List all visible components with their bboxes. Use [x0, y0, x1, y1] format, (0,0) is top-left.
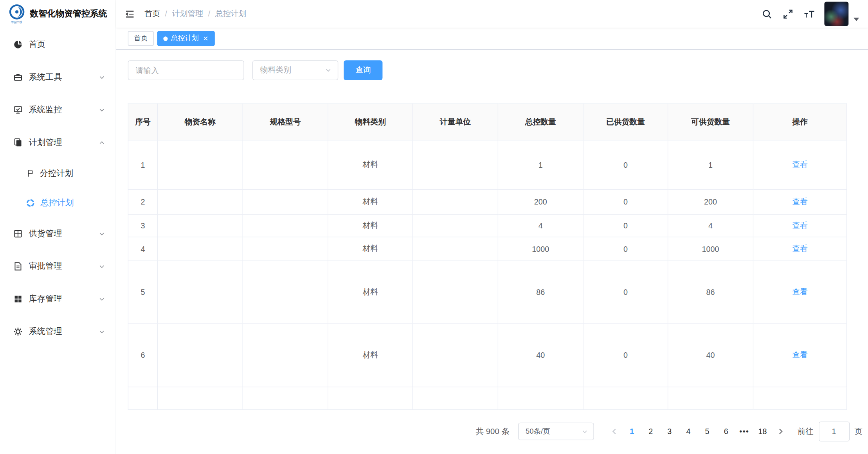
cell-spec	[243, 260, 328, 323]
page-size-select[interactable]: 50条/页	[518, 423, 594, 440]
flag-icon	[26, 169, 34, 178]
cell-name	[157, 323, 243, 387]
column-header: 总控数量	[498, 104, 583, 140]
sidebar-item-inventory-management[interactable]: 库存管理	[0, 283, 116, 315]
blocks-icon	[13, 294, 23, 304]
document-edit-icon	[13, 262, 23, 271]
sidebar-item-label: 计划管理	[29, 137, 62, 148]
cell-spec	[243, 140, 328, 190]
cell-category: 材料	[328, 323, 412, 387]
user-menu-caret-icon[interactable]	[854, 18, 859, 21]
grid-icon	[13, 229, 23, 239]
cell-supplied: 0	[583, 260, 668, 323]
cell-spec	[243, 214, 328, 237]
table-row: 2 材料 200 0 200 查看	[128, 189, 846, 214]
sidebar-item-system-monitor[interactable]: 系统监控	[0, 93, 116, 126]
master-plan-table: 序号 物资名称 规格型号 物料类别 计量单位 总控数量 已供货数量 可供货数量 …	[128, 104, 847, 410]
cell-no: 5	[128, 260, 157, 323]
view-detail-link[interactable]: 查看	[792, 221, 808, 230]
column-header: 物资名称	[157, 104, 243, 140]
app-title: 数智化物资管控系统	[30, 8, 107, 20]
previous-page-button[interactable]	[606, 423, 622, 440]
cell-category	[328, 387, 412, 409]
cell-available: 4	[668, 214, 753, 237]
pagination-bar: 共 900 条 50条/页 1 2 3 4 5 6 ••• 18	[128, 422, 863, 441]
query-button[interactable]: 查询	[344, 60, 382, 80]
sidebar-item-plan-management[interactable]: 计划管理	[0, 126, 116, 159]
sidebar-item-label: 总控计划	[40, 197, 74, 208]
cell-no: 3	[128, 214, 157, 237]
cell-available: 1	[668, 140, 753, 190]
active-tab-dot	[163, 36, 167, 41]
cell-unit	[413, 387, 498, 409]
sidebar-collapse-button[interactable]	[124, 9, 135, 19]
page-number[interactable]: 3	[661, 423, 678, 440]
sidebar-item-label: 首页	[29, 39, 45, 50]
page-number[interactable]: 6	[717, 423, 735, 440]
fullscreen-button[interactable]	[783, 9, 793, 19]
view-detail-link[interactable]: 查看	[792, 197, 808, 206]
page-number[interactable]: 2	[642, 423, 659, 440]
sidebar-item-label: 系统工具	[29, 72, 62, 83]
sidebar-item-home[interactable]: 首页	[0, 28, 116, 61]
chevron-right-icon	[776, 427, 784, 435]
cell-available: 1000	[668, 237, 753, 260]
page-number[interactable]: 4	[679, 423, 697, 440]
breadcrumb-section[interactable]: 计划管理	[172, 9, 203, 19]
cell-total: 1	[498, 140, 583, 190]
keyword-input[interactable]	[128, 60, 244, 80]
tab-home[interactable]: 首页	[128, 31, 154, 46]
page-number-last[interactable]: 18	[754, 423, 771, 440]
cell-category: 材料	[328, 189, 412, 214]
table-row	[128, 387, 846, 409]
goto-page-input[interactable]	[818, 422, 849, 441]
view-detail-link[interactable]: 查看	[792, 160, 808, 169]
page-number[interactable]: 5	[698, 423, 716, 440]
cell-spec	[243, 237, 328, 260]
sidebar-item-label: 系统管理	[29, 327, 62, 337]
sidebar-item-supply-management[interactable]: 供货管理	[0, 217, 116, 250]
tab-master-control-plan[interactable]: 总控计划	[157, 31, 215, 46]
more-pages-icon[interactable]: •••	[735, 427, 753, 436]
gear-icon	[13, 327, 23, 336]
chevron-left-icon	[610, 427, 618, 435]
sidebar-menu: 首页 系统工具 系统监控	[0, 28, 116, 348]
sidebar-item-master-control-plan[interactable]: 总控计划	[0, 188, 116, 217]
sidebar-item-sub-control-plan[interactable]: 分控计划	[0, 159, 116, 188]
cell-total: 4	[498, 214, 583, 237]
table-row: 4 材料 1000 0 1000 查看	[128, 237, 846, 260]
user-avatar[interactable]	[824, 2, 848, 26]
chevron-down-icon	[98, 106, 106, 114]
font-size-button[interactable]	[804, 9, 815, 19]
sidebar-item-label: 分控计划	[40, 168, 73, 179]
chevron-down-icon	[324, 66, 332, 74]
tab-close-button[interactable]	[203, 36, 209, 42]
sidebar-item-system-tools[interactable]: 系统工具	[0, 61, 116, 93]
view-detail-link[interactable]: 查看	[792, 350, 808, 359]
sidebar-item-approval-management[interactable]: 审批管理	[0, 250, 116, 282]
cell-spec	[243, 189, 328, 214]
monitor-icon	[13, 105, 23, 115]
chevron-down-icon	[98, 295, 106, 303]
table-header-row: 序号 物资名称 规格型号 物料类别 计量单位 总控数量 已供货数量 可供货数量 …	[128, 104, 846, 140]
chevron-up-icon	[98, 138, 106, 146]
page-number[interactable]: 1	[623, 423, 641, 440]
material-category-select[interactable]: 物料类别	[252, 60, 338, 80]
cell-category: 材料	[328, 140, 412, 190]
cell-total	[498, 387, 583, 409]
cell-category: 材料	[328, 237, 412, 260]
table-row: 1 材料 1 0 1 查看	[128, 140, 846, 190]
select-placeholder: 物料类别	[260, 65, 291, 75]
breadcrumb-home[interactable]: 首页	[144, 9, 160, 19]
next-page-button[interactable]	[772, 423, 789, 440]
view-detail-link[interactable]: 查看	[792, 244, 808, 253]
cell-total: 200	[498, 189, 583, 214]
goto-label: 前往	[798, 426, 814, 437]
cell-no: 2	[128, 189, 157, 214]
view-detail-link[interactable]: 查看	[792, 287, 808, 296]
cell-supplied: 0	[583, 323, 668, 387]
search-button[interactable]	[762, 9, 772, 19]
cell-available: 86	[668, 260, 753, 323]
cell-unit	[413, 260, 498, 323]
sidebar-item-system-management[interactable]: 系统管理	[0, 315, 116, 348]
